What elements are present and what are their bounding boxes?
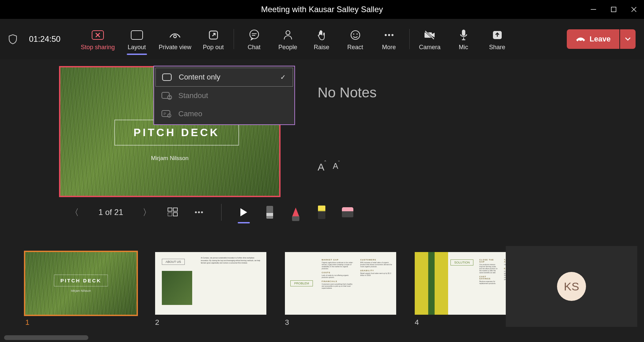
title-bar: Meeting with Kausar Salley Salley <box>0 0 644 19</box>
eraser-tool-button[interactable] <box>341 204 355 221</box>
svg-point-13 <box>353 33 354 35</box>
prev-slide-button[interactable]: 〈 <box>67 207 82 218</box>
svg-rect-33 <box>173 213 177 216</box>
meeting-toolbar: 01:24:50 Stop sharing Layout Private vie… <box>0 19 644 59</box>
chat-icon <box>248 29 260 41</box>
laser-tool-button[interactable] <box>263 204 277 221</box>
cursor-tool-button[interactable] <box>237 204 251 221</box>
svg-rect-20 <box>462 30 465 36</box>
chat-button[interactable]: Chat <box>242 27 266 51</box>
close-button[interactable] <box>624 0 644 19</box>
svg-point-8 <box>250 30 259 39</box>
thumbnail-1[interactable]: PITCH DECK Mirjam Nilsson 1 <box>25 252 137 327</box>
separator <box>221 204 222 221</box>
private-view-button[interactable]: Private view <box>159 27 192 51</box>
notes-empty-text: No Notes <box>318 85 644 101</box>
svg-rect-1 <box>611 7 616 12</box>
maximize-button[interactable] <box>604 0 624 19</box>
layout-option-content-only[interactable]: Content only ✓ <box>155 68 293 87</box>
font-decrease-button[interactable]: Aˇ <box>333 161 338 173</box>
participant-avatar: KS <box>557 272 586 301</box>
thumbnail-2[interactable]: ABOUT US At Contoso, we pursue sustainab… <box>155 252 266 327</box>
standout-icon <box>161 92 172 100</box>
layout-option-standout[interactable]: Standout <box>155 87 293 105</box>
leave-dropdown-button[interactable] <box>620 29 636 49</box>
layout-icon <box>131 30 143 40</box>
pen-tool-button[interactable] <box>289 204 303 221</box>
chevron-down-icon <box>625 37 631 41</box>
svg-point-15 <box>385 34 387 36</box>
raise-hand-icon <box>317 29 327 41</box>
pop-out-button[interactable]: Pop out <box>202 27 225 51</box>
laser-icon <box>266 206 273 219</box>
slide-author: Mirjam Nilsson <box>60 155 279 162</box>
meeting-timer: 01:24:50 <box>29 34 60 44</box>
svg-point-14 <box>356 33 358 35</box>
people-icon <box>283 29 293 41</box>
svg-point-36 <box>201 211 203 213</box>
camera-off-icon <box>423 29 437 41</box>
window-controls <box>583 0 644 19</box>
pop-out-icon <box>208 29 219 41</box>
svg-text:P: P <box>164 112 166 116</box>
layout-option-cameo[interactable]: P Cameo <box>155 105 293 123</box>
slide-pager: 1 of 21 <box>93 208 128 217</box>
leave-button[interactable]: Leave <box>567 29 619 49</box>
more-icon <box>384 29 394 41</box>
svg-point-35 <box>198 211 200 213</box>
next-slide-button[interactable]: 〉 <box>140 207 154 218</box>
window-title: Meeting with Kausar Salley Salley <box>261 5 383 14</box>
raise-button[interactable]: Raise <box>310 27 333 51</box>
separator <box>409 29 410 49</box>
eraser-icon <box>342 207 353 217</box>
font-size-controls: Aˆ Aˇ <box>318 161 644 173</box>
notes-panel: No Notes Aˆ Aˇ <box>281 66 644 197</box>
camera-button[interactable]: Camera <box>418 27 442 51</box>
share-icon <box>492 29 503 41</box>
highlighter-icon <box>318 206 325 219</box>
content-only-icon <box>161 73 173 81</box>
presenter-controls-bar: 〈 1 of 21 〉 <box>0 197 644 221</box>
more-button[interactable]: More <box>377 27 401 51</box>
svg-point-16 <box>388 34 390 36</box>
thumbnail-3[interactable]: PROBLEM MARKET GAPOrganic agriculture co… <box>285 252 396 327</box>
grid-view-button[interactable] <box>166 204 180 221</box>
stop-sharing-button[interactable]: Stop sharing <box>81 27 115 51</box>
svg-rect-22 <box>163 74 171 81</box>
react-button[interactable]: React <box>344 27 367 51</box>
svg-rect-30 <box>168 208 172 211</box>
shield-icon[interactable] <box>8 34 17 44</box>
share-button[interactable]: Share <box>486 27 509 51</box>
people-button[interactable]: People <box>276 27 300 51</box>
minimize-button[interactable] <box>583 0 604 19</box>
mic-button[interactable]: Mic <box>452 27 475 51</box>
svg-rect-32 <box>168 213 172 216</box>
separator <box>234 29 234 49</box>
leave-control: Leave <box>567 29 636 49</box>
svg-point-11 <box>286 31 290 35</box>
eye-icon <box>169 29 181 41</box>
svg-point-25 <box>169 96 170 97</box>
font-increase-button[interactable]: Aˆ <box>318 161 324 173</box>
more-tools-button[interactable] <box>192 204 206 221</box>
mic-icon <box>459 29 468 41</box>
layout-button[interactable]: Layout <box>125 27 149 51</box>
svg-point-29 <box>169 115 170 116</box>
svg-rect-31 <box>173 208 177 211</box>
horizontal-scrollbar[interactable] <box>4 335 88 340</box>
hangup-icon <box>576 36 586 42</box>
layout-dropdown-menu: Content only ✓ Standout P Cameo <box>153 66 295 125</box>
pen-icon <box>292 208 299 217</box>
cameo-icon: P <box>161 110 172 118</box>
cursor-icon <box>240 208 247 216</box>
highlighter-tool-button[interactable] <box>315 204 329 221</box>
svg-point-6 <box>174 35 176 38</box>
check-icon: ✓ <box>280 73 286 81</box>
main-area: PITCH DECK Mirjam Nilsson No Notes Aˆ Aˇ <box>0 59 644 197</box>
svg-point-34 <box>195 211 197 213</box>
react-icon <box>350 29 361 41</box>
svg-point-12 <box>351 31 360 39</box>
participant-video-tile[interactable]: KS <box>506 246 637 327</box>
svg-point-17 <box>391 34 393 36</box>
